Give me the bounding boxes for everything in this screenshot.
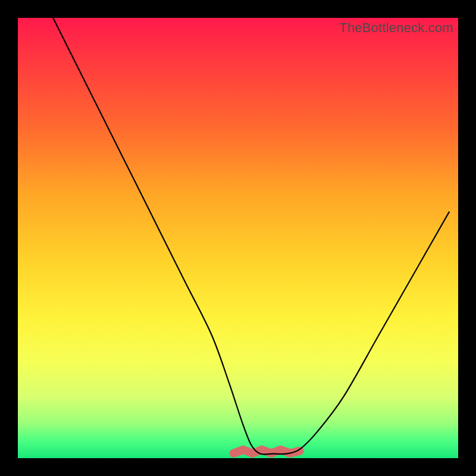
curve-line bbox=[53, 18, 449, 455]
chart-svg bbox=[18, 18, 458, 458]
chart-plot-area: TheBottleneck.com bbox=[18, 18, 458, 458]
chart-frame: TheBottleneck.com bbox=[0, 0, 476, 476]
